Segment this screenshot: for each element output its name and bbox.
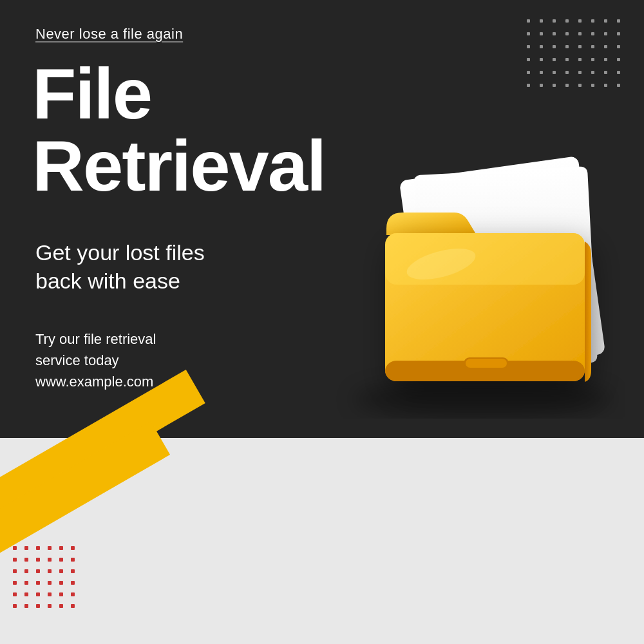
svg-rect-7 bbox=[466, 359, 507, 368]
card: Never lose a file again File Retrieval G… bbox=[0, 0, 644, 644]
tagline: Never lose a file again bbox=[35, 26, 183, 43]
white-dot-pattern bbox=[527, 19, 625, 91]
cta-line2: service today bbox=[35, 352, 119, 368]
title-line2: Retrieval bbox=[32, 126, 325, 206]
svg-point-0 bbox=[354, 380, 612, 419]
title-line1: File bbox=[32, 53, 151, 134]
main-title: File Retrieval bbox=[32, 58, 325, 202]
cta-text: Try our file retrieval service today bbox=[35, 328, 156, 371]
red-dot-pattern bbox=[13, 546, 79, 612]
url-text: www.example.com bbox=[35, 374, 153, 390]
cta-line1: Try our file retrieval bbox=[35, 331, 156, 347]
subtitle: Get your lost files back with ease bbox=[35, 238, 254, 295]
folder-icon bbox=[316, 129, 625, 419]
